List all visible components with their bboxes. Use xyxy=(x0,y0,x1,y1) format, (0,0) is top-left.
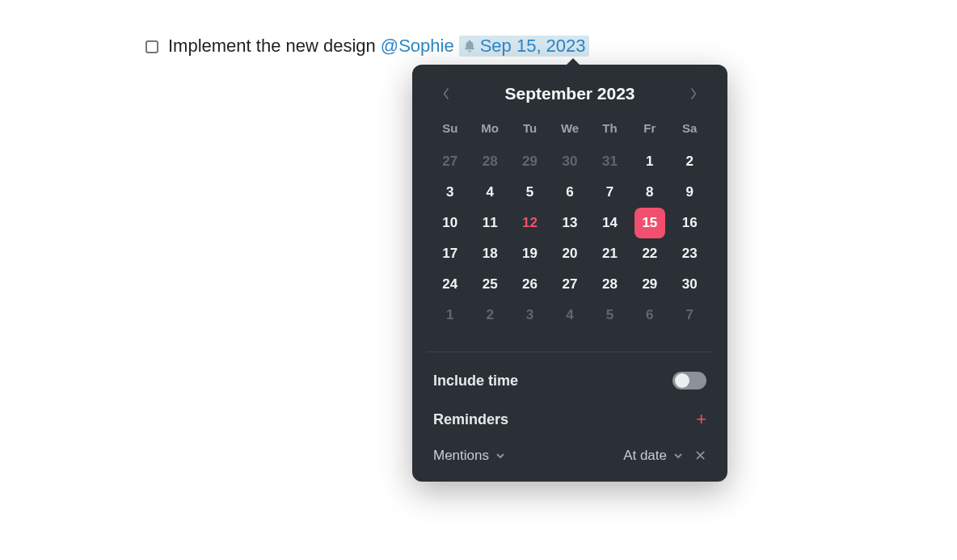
reminder-when-dropdown[interactable]: At date xyxy=(623,448,683,464)
calendar-day[interactable]: 1 xyxy=(630,146,669,177)
task-text: Implement the new design xyxy=(168,36,376,57)
day-of-week-header: Sa xyxy=(670,121,710,146)
calendar-day[interactable]: 16 xyxy=(670,208,710,238)
calendar-day[interactable]: 30 xyxy=(550,146,589,177)
remove-reminder-button[interactable]: ✕ xyxy=(694,448,706,463)
calendar-header: September 2023 xyxy=(430,82,710,105)
calendar-day[interactable]: 18 xyxy=(470,238,509,269)
task-mention[interactable]: @Sophie xyxy=(381,36,454,57)
calendar-day[interactable]: 26 xyxy=(510,269,550,300)
chevron-right-icon xyxy=(689,87,698,100)
include-time-label: Include time xyxy=(433,373,518,389)
calendar-day[interactable]: 2 xyxy=(670,146,710,177)
calendar-day[interactable]: 9 xyxy=(670,177,710,208)
day-of-week-header: Su xyxy=(430,121,470,146)
calendar-day[interactable]: 6 xyxy=(630,300,669,331)
calendar-day[interactable]: 13 xyxy=(550,208,589,238)
chevron-left-icon xyxy=(442,87,450,100)
calendar-day[interactable]: 20 xyxy=(550,238,589,269)
reminder-type-value: Mentions xyxy=(433,448,489,464)
reminder-item: Mentions At date ✕ xyxy=(430,446,710,465)
calendar-day[interactable]: 27 xyxy=(550,269,589,300)
calendar-day[interactable]: 17 xyxy=(430,238,470,269)
calendar-day[interactable]: 5 xyxy=(590,300,630,331)
calendar-day[interactable]: 28 xyxy=(590,269,630,300)
day-of-week-header: Th xyxy=(590,121,630,146)
calendar-day[interactable]: 28 xyxy=(470,146,509,177)
task-line: Implement the new design @Sophie Sep 15,… xyxy=(145,36,589,57)
calendar-day[interactable]: 6 xyxy=(550,177,589,208)
date-picker-popover: September 2023 SuMoTuWeThFrSa27282930311… xyxy=(412,65,727,482)
task-checkbox[interactable] xyxy=(145,40,158,53)
calendar-day[interactable]: 12 xyxy=(510,208,550,238)
calendar-day[interactable]: 4 xyxy=(550,300,589,331)
reminders-row: Reminders + xyxy=(430,407,710,432)
reminder-when-value: At date xyxy=(623,448,667,464)
calendar-day[interactable]: 22 xyxy=(630,238,669,269)
calendar-day[interactable]: 10 xyxy=(430,208,470,238)
prev-month-button[interactable] xyxy=(435,82,457,105)
calendar-day[interactable]: 25 xyxy=(470,269,509,300)
calendar-day[interactable]: 1 xyxy=(430,300,470,331)
calendar-day[interactable]: 3 xyxy=(510,300,550,331)
chevron-down-icon xyxy=(495,451,505,461)
calendar-day[interactable]: 27 xyxy=(430,146,470,177)
calendar-day[interactable]: 23 xyxy=(670,238,710,269)
month-title: September 2023 xyxy=(504,84,634,103)
calendar-day[interactable]: 15 xyxy=(634,208,665,238)
day-of-week-header: Tu xyxy=(510,121,550,146)
calendar-day[interactable]: 4 xyxy=(470,177,509,208)
calendar-day[interactable]: 21 xyxy=(590,238,630,269)
calendar-day[interactable]: 30 xyxy=(670,269,710,300)
calendar-day[interactable]: 24 xyxy=(430,269,470,300)
calendar-day[interactable]: 29 xyxy=(510,146,550,177)
task-date-pill[interactable]: Sep 15, 2023 xyxy=(459,36,589,57)
include-time-toggle[interactable] xyxy=(672,372,706,389)
calendar-day[interactable]: 29 xyxy=(630,269,669,300)
calendar-day[interactable]: 8 xyxy=(630,177,669,208)
calendar-grid: SuMoTuWeThFrSa27282930311234567891011121… xyxy=(430,121,710,331)
bell-icon xyxy=(462,39,477,53)
calendar-day[interactable]: 7 xyxy=(670,300,710,331)
calendar-day[interactable]: 14 xyxy=(590,208,630,238)
calendar-day[interactable]: 5 xyxy=(510,177,550,208)
toggle-knob xyxy=(675,373,689,388)
add-reminder-button[interactable]: + xyxy=(696,411,706,428)
divider xyxy=(427,352,713,352)
reminders-label: Reminders xyxy=(433,411,508,428)
calendar-day[interactable]: 2 xyxy=(470,300,509,331)
calendar-day[interactable]: 31 xyxy=(590,146,630,177)
next-month-button[interactable] xyxy=(682,82,705,105)
reminder-type-dropdown[interactable]: Mentions xyxy=(433,448,505,464)
calendar-day[interactable]: 7 xyxy=(590,177,630,208)
day-of-week-header: We xyxy=(550,121,589,146)
task-date-label: Sep 15, 2023 xyxy=(480,36,586,57)
calendar-day[interactable]: 11 xyxy=(470,208,509,238)
day-of-week-header: Mo xyxy=(470,121,509,146)
day-of-week-header: Fr xyxy=(630,121,669,146)
include-time-row: Include time xyxy=(430,368,710,393)
calendar-day[interactable]: 3 xyxy=(430,177,470,208)
calendar-day[interactable]: 19 xyxy=(510,238,550,269)
chevron-down-icon xyxy=(673,451,683,461)
